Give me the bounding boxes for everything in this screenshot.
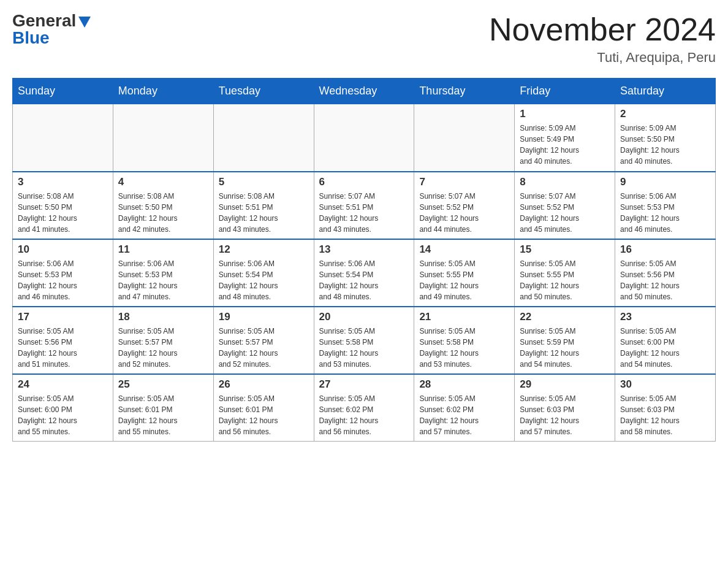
day-info: Sunrise: 5:05 AM Sunset: 6:03 PM Dayligh… [520,393,610,437]
calendar-header-row: SundayMondayTuesdayWednesdayThursdayFrid… [13,79,716,104]
day-number: 7 [419,176,509,188]
calendar-cell: 17Sunrise: 5:05 AM Sunset: 5:56 PM Dayli… [13,307,113,374]
day-info: Sunrise: 5:07 AM Sunset: 5:52 PM Dayligh… [419,191,509,235]
day-number: 26 [219,378,309,391]
day-of-week-header: Tuesday [213,79,314,104]
page-header: General Blue November 2024 Tuti, Arequip… [12,12,716,66]
day-number: 19 [219,311,309,323]
calendar-cell: 15Sunrise: 5:05 AM Sunset: 5:55 PM Dayli… [515,239,615,307]
day-info: Sunrise: 5:05 AM Sunset: 6:02 PM Dayligh… [319,393,409,437]
calendar-cell [113,104,213,172]
calendar-cell: 18Sunrise: 5:05 AM Sunset: 5:57 PM Dayli… [113,307,213,374]
calendar-cell: 19Sunrise: 5:05 AM Sunset: 5:57 PM Dayli… [213,307,314,374]
day-number: 8 [520,176,610,188]
day-number: 12 [219,243,309,256]
day-number: 9 [620,176,710,188]
day-info: Sunrise: 5:05 AM Sunset: 5:56 PM Dayligh… [18,326,108,370]
day-number: 6 [319,176,409,188]
day-info: Sunrise: 5:05 AM Sunset: 6:01 PM Dayligh… [118,393,208,437]
logo: General Blue [12,12,91,47]
calendar-cell: 22Sunrise: 5:05 AM Sunset: 5:59 PM Dayli… [515,307,615,374]
day-of-week-header: Monday [113,79,213,104]
day-of-week-header: Thursday [414,79,515,104]
calendar-cell: 30Sunrise: 5:05 AM Sunset: 6:03 PM Dayli… [615,374,716,442]
day-info: Sunrise: 5:06 AM Sunset: 5:54 PM Dayligh… [319,258,409,302]
calendar-cell: 5Sunrise: 5:08 AM Sunset: 5:51 PM Daylig… [213,172,314,239]
day-info: Sunrise: 5:06 AM Sunset: 5:53 PM Dayligh… [18,258,108,302]
month-title: November 2024 [489,12,716,47]
calendar-cell: 3Sunrise: 5:08 AM Sunset: 5:50 PM Daylig… [13,172,113,239]
day-number: 29 [520,378,610,391]
calendar-cell: 20Sunrise: 5:05 AM Sunset: 5:58 PM Dayli… [314,307,414,374]
day-info: Sunrise: 5:06 AM Sunset: 5:53 PM Dayligh… [118,258,208,302]
calendar-cell: 7Sunrise: 5:07 AM Sunset: 5:52 PM Daylig… [414,172,515,239]
day-of-week-header: Wednesday [314,79,414,104]
day-info: Sunrise: 5:05 AM Sunset: 6:00 PM Dayligh… [18,393,108,437]
calendar-week-row: 24Sunrise: 5:05 AM Sunset: 6:00 PM Dayli… [13,374,716,442]
title-section: November 2024 Tuti, Arequipa, Peru [489,12,716,66]
calendar-table: SundayMondayTuesdayWednesdayThursdayFrid… [12,78,716,442]
day-info: Sunrise: 5:05 AM Sunset: 5:57 PM Dayligh… [118,326,208,370]
day-info: Sunrise: 5:08 AM Sunset: 5:50 PM Dayligh… [18,191,108,235]
day-number: 23 [620,311,710,323]
day-number: 5 [219,176,309,188]
day-info: Sunrise: 5:07 AM Sunset: 5:52 PM Dayligh… [520,191,610,235]
calendar-cell: 14Sunrise: 5:05 AM Sunset: 5:55 PM Dayli… [414,239,515,307]
calendar-week-row: 3Sunrise: 5:08 AM Sunset: 5:50 PM Daylig… [13,172,716,239]
calendar-cell: 1Sunrise: 5:09 AM Sunset: 5:49 PM Daylig… [515,104,615,172]
day-info: Sunrise: 5:05 AM Sunset: 5:56 PM Dayligh… [620,258,710,302]
day-info: Sunrise: 5:05 AM Sunset: 5:55 PM Dayligh… [520,258,610,302]
calendar-cell: 11Sunrise: 5:06 AM Sunset: 5:53 PM Dayli… [113,239,213,307]
day-number: 1 [520,108,610,120]
day-number: 14 [419,243,509,256]
day-number: 24 [18,378,108,391]
calendar-cell: 28Sunrise: 5:05 AM Sunset: 6:02 PM Dayli… [414,374,515,442]
calendar-cell: 25Sunrise: 5:05 AM Sunset: 6:01 PM Dayli… [113,374,213,442]
day-number: 30 [620,378,710,391]
calendar-week-row: 17Sunrise: 5:05 AM Sunset: 5:56 PM Dayli… [13,307,716,374]
day-number: 4 [118,176,208,188]
calendar-cell: 24Sunrise: 5:05 AM Sunset: 6:00 PM Dayli… [13,374,113,442]
day-number: 3 [18,176,108,188]
day-info: Sunrise: 5:07 AM Sunset: 5:51 PM Dayligh… [319,191,409,235]
calendar-cell: 27Sunrise: 5:05 AM Sunset: 6:02 PM Dayli… [314,374,414,442]
day-info: Sunrise: 5:09 AM Sunset: 5:50 PM Dayligh… [620,123,710,167]
day-of-week-header: Saturday [615,79,716,104]
calendar-cell: 16Sunrise: 5:05 AM Sunset: 5:56 PM Dayli… [615,239,716,307]
calendar-cell: 21Sunrise: 5:05 AM Sunset: 5:58 PM Dayli… [414,307,515,374]
day-number: 22 [520,311,610,323]
day-of-week-header: Friday [515,79,615,104]
day-number: 10 [18,243,108,256]
day-info: Sunrise: 5:05 AM Sunset: 5:58 PM Dayligh… [419,326,509,370]
day-number: 17 [18,311,108,323]
day-number: 28 [419,378,509,391]
day-info: Sunrise: 5:05 AM Sunset: 5:59 PM Dayligh… [520,326,610,370]
day-info: Sunrise: 5:05 AM Sunset: 6:03 PM Dayligh… [620,393,710,437]
calendar-cell [13,104,113,172]
day-number: 27 [319,378,409,391]
day-info: Sunrise: 5:05 AM Sunset: 6:02 PM Dayligh… [419,393,509,437]
calendar-cell: 26Sunrise: 5:05 AM Sunset: 6:01 PM Dayli… [213,374,314,442]
day-number: 2 [620,108,710,120]
calendar-cell: 9Sunrise: 5:06 AM Sunset: 5:53 PM Daylig… [615,172,716,239]
calendar-cell: 4Sunrise: 5:08 AM Sunset: 5:50 PM Daylig… [113,172,213,239]
day-info: Sunrise: 5:05 AM Sunset: 5:58 PM Dayligh… [319,326,409,370]
calendar-cell: 10Sunrise: 5:06 AM Sunset: 5:53 PM Dayli… [13,239,113,307]
calendar-week-row: 10Sunrise: 5:06 AM Sunset: 5:53 PM Dayli… [13,239,716,307]
day-number: 25 [118,378,208,391]
day-info: Sunrise: 5:05 AM Sunset: 6:01 PM Dayligh… [219,393,309,437]
day-info: Sunrise: 5:05 AM Sunset: 6:00 PM Dayligh… [620,326,710,370]
day-of-week-header: Sunday [13,79,113,104]
calendar-cell [414,104,515,172]
day-number: 11 [118,243,208,256]
day-info: Sunrise: 5:09 AM Sunset: 5:49 PM Dayligh… [520,123,610,167]
day-number: 21 [419,311,509,323]
day-number: 16 [620,243,710,256]
logo-blue-text: Blue [12,29,50,47]
calendar-cell: 12Sunrise: 5:06 AM Sunset: 5:54 PM Dayli… [213,239,314,307]
day-number: 15 [520,243,610,256]
calendar-week-row: 1Sunrise: 5:09 AM Sunset: 5:49 PM Daylig… [13,104,716,172]
day-number: 20 [319,311,409,323]
day-info: Sunrise: 5:05 AM Sunset: 5:55 PM Dayligh… [419,258,509,302]
location-text: Tuti, Arequipa, Peru [489,50,716,66]
